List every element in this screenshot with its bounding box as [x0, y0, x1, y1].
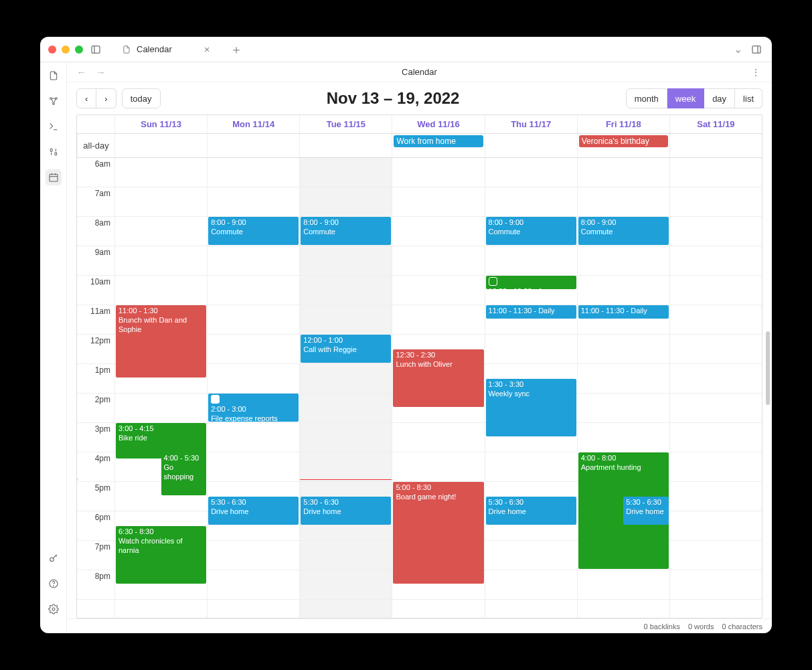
calendar-event[interactable]: 8:00 - 9:00Commute — [486, 217, 576, 245]
hour-label: 5pm — [77, 482, 114, 511]
svg-point-15 — [50, 558, 53, 561]
breadcrumb-bar: ← → Calendar ⋮ — [67, 62, 772, 82]
allday-label: all-day — [77, 134, 114, 157]
day-column[interactable]: 8:00 - 9:00Commute12:00 - 1:00Call with … — [299, 158, 392, 618]
day-header: Fri 11/18 — [577, 115, 669, 133]
more-icon[interactable]: ⋮ — [751, 67, 761, 78]
calendar-event[interactable]: 5:00 - 8:30Board game night! — [393, 482, 483, 584]
day-header: Sun 11/13 — [114, 115, 207, 133]
day-column[interactable]: 8:00 - 9:00Commute11:00 - 11:30 - Daily4… — [577, 158, 669, 618]
calendar-event[interactable]: 5:30 - 6:30Drive home — [208, 497, 299, 525]
close-window-button[interactable] — [48, 46, 56, 54]
calendar-event[interactable]: 8:00 - 9:00Commute — [578, 217, 669, 245]
scrollbar-thumb[interactable] — [766, 331, 770, 405]
chevron-down-icon[interactable]: ⌄ — [734, 43, 742, 56]
day-header: Wed 11/16 — [392, 115, 484, 133]
svg-point-6 — [52, 103, 54, 105]
prev-week-button[interactable]: ‹ — [76, 88, 96, 108]
day-column[interactable] — [669, 158, 762, 618]
calendar-toolbar: ‹ › today Nov 13 – 19, 2022 month week d… — [67, 82, 772, 114]
calendar-event[interactable]: 5:30 - 6:30Drive home — [486, 497, 576, 525]
settings-icon[interactable] — [46, 601, 62, 617]
hour-label: 7am — [77, 187, 114, 217]
hour-label: 9am — [77, 246, 114, 276]
day-column[interactable]: 12:30 - 2:30Lunch with Oliver5:00 - 8:30… — [392, 158, 484, 618]
sidebar-toggle-icon[interactable] — [88, 42, 103, 57]
day-header: Sat 11/19 — [669, 115, 762, 133]
next-week-button[interactable]: › — [96, 88, 116, 108]
day-column[interactable]: 8:00 - 9:00Commute2:00 - 3:00File expens… — [207, 158, 299, 618]
hour-label: 3pm — [77, 423, 114, 452]
hour-label: 8pm — [77, 570, 114, 600]
minimize-window-button[interactable] — [62, 46, 70, 54]
calendar-event[interactable]: 11:00 - 11:30 - Daily — [578, 305, 669, 319]
allday-event[interactable]: Veronica's birthday — [579, 135, 668, 147]
zoom-window-button[interactable] — [75, 46, 83, 54]
hour-label: 10am — [77, 276, 114, 305]
svg-rect-0 — [92, 46, 100, 53]
terminal-icon[interactable] — [46, 118, 62, 135]
close-tab-icon[interactable]: × — [204, 44, 210, 55]
status-chars: 0 characters — [722, 622, 762, 631]
svg-point-5 — [55, 98, 57, 100]
today-button[interactable]: today — [122, 88, 161, 108]
date-range-title: Nov 13 – 19, 2022 — [161, 89, 626, 108]
calendar-event[interactable]: 11:00 - 1:30Brunch with Dan and Sophie — [116, 305, 206, 378]
nav-forward-icon[interactable]: → — [96, 66, 106, 78]
calendar-event[interactable]: 5:30 - 6:30Drive home — [301, 497, 391, 525]
calendar-event[interactable]: 6:30 - 8:30Watch chronicles of narnia — [116, 526, 206, 584]
hour-label: 12pm — [77, 335, 114, 364]
view-list-button[interactable]: list — [735, 88, 762, 108]
help-icon[interactable] — [46, 576, 62, 592]
calendar-event[interactable]: 5:30 - 6:30Drive home — [623, 497, 669, 525]
day-column[interactable]: 8:00 - 9:00Commute10:00 - 10:30 - Answ11… — [485, 158, 577, 618]
view-month-button[interactable]: month — [626, 88, 667, 108]
key-icon[interactable] — [46, 550, 62, 566]
svg-rect-7 — [50, 149, 52, 151]
left-rail — [40, 62, 67, 633]
svg-rect-11 — [50, 174, 58, 181]
panel-toggle-icon[interactable] — [749, 42, 764, 57]
allday-event[interactable]: Work from home — [394, 135, 483, 147]
status-bar: 0 backlinks 0 words 0 characters — [67, 618, 772, 633]
calendar-event[interactable]: 10:00 - 10:30 - Answ — [486, 276, 576, 289]
hour-label: 4pm — [77, 452, 114, 482]
hour-label: 6am — [77, 158, 114, 187]
binary-icon[interactable] — [46, 144, 62, 160]
day-header-row: . Sun 11/13 Mon 11/14 Tue 11/15 Wed 11/1… — [77, 115, 762, 134]
hour-label: 11am — [77, 305, 114, 335]
new-file-icon[interactable] — [46, 68, 62, 84]
day-header: Thu 11/17 — [485, 115, 577, 133]
svg-rect-2 — [752, 46, 760, 53]
view-day-button[interactable]: day — [704, 88, 735, 108]
day-header: Mon 11/14 — [207, 115, 299, 133]
graph-icon[interactable] — [46, 93, 62, 109]
status-backlinks: 0 backlinks — [644, 622, 680, 631]
hour-label: 2pm — [77, 394, 114, 423]
app-window: Calendar × ＋ ⌄ ← — [40, 37, 772, 633]
svg-rect-8 — [55, 153, 57, 155]
hour-label: 1pm — [77, 364, 114, 394]
calendar-event[interactable]: 2:00 - 3:00File expense reports — [208, 394, 299, 422]
window-controls — [48, 46, 83, 54]
calendar-event[interactable]: 8:00 - 9:00Commute — [301, 217, 391, 245]
titlebar: Calendar × ＋ ⌄ — [40, 37, 772, 62]
svg-point-17 — [53, 586, 54, 586]
new-tab-button[interactable]: ＋ — [230, 41, 242, 58]
calendar-event[interactable]: 12:00 - 1:00Call with Reggie — [301, 335, 391, 363]
hour-label: 7pm — [77, 541, 114, 570]
day-column[interactable]: 11:00 - 1:30Brunch with Dan and Sophie3:… — [114, 158, 207, 618]
tab-title: Calendar — [137, 44, 172, 54]
calendar-event[interactable]: 11:00 - 11:30 - Daily — [486, 305, 576, 319]
day-header: Tue 11/15 — [299, 115, 392, 133]
view-week-button[interactable]: week — [667, 88, 704, 108]
tab-calendar[interactable]: Calendar × — [116, 41, 217, 58]
nav-back-icon[interactable]: ← — [76, 66, 86, 78]
calendar-event[interactable]: 1:30 - 3:30Weekly sync — [486, 379, 576, 436]
status-words: 0 words — [688, 622, 714, 631]
calendar-event[interactable]: 4:00 - 5:30Go shopping — [161, 452, 207, 495]
allday-row: all-day Work from homeVeronica's birthda… — [77, 134, 762, 158]
calendar-icon[interactable] — [46, 169, 62, 185]
calendar-event[interactable]: 8:00 - 9:00Commute — [208, 217, 299, 245]
calendar-event[interactable]: 12:30 - 2:30Lunch with Oliver — [393, 349, 483, 407]
